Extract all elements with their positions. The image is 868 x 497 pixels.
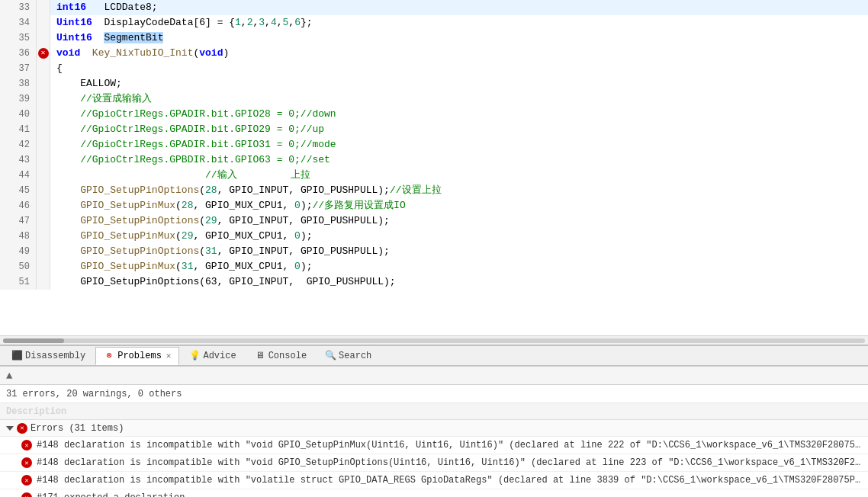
line-number: 51 <box>0 274 37 290</box>
line-gutter <box>37 259 50 274</box>
code-line: 38 EALLOW; <box>0 76 868 91</box>
tab-advice[interactable]: 💡 Advice <box>181 347 244 365</box>
code-line: 34Uint16 DisplayCodeData[6] = {1,2,3,4,5… <box>0 15 868 30</box>
problems-summary-bar: 31 errors, 20 warnings, 0 others <box>0 385 868 403</box>
errors-section-header[interactable]: ✕ Errors (31 items) <box>0 420 868 437</box>
description-col-header: Description <box>6 406 66 417</box>
line-gutter: ✕ <box>37 46 50 61</box>
line-number: 45 <box>0 183 37 198</box>
line-content: { <box>50 61 868 76</box>
line-number: 35 <box>0 30 37 46</box>
tab-problems[interactable]: ⊗ Problems ✕ <box>95 347 179 365</box>
line-number: 34 <box>0 15 37 30</box>
error-marker-icon: ✕ <box>38 48 49 59</box>
code-line: 40 //GpioCtrlRegs.GPADIR.bit.GPIO28 = 0;… <box>0 107 868 122</box>
line-gutter <box>37 137 50 152</box>
problems-close-icon[interactable]: ✕ <box>166 351 172 361</box>
line-gutter <box>37 91 50 107</box>
line-number: 40 <box>0 107 37 122</box>
line-content: Uint16 DisplayCodeData[6] = {1,2,3,4,5,6… <box>50 15 868 30</box>
problems-columns: Description <box>0 403 868 420</box>
line-number: 33 <box>0 0 37 15</box>
code-line: 41 //GpioCtrlRegs.GPADIR.bit.GPIO29 = 0;… <box>0 122 868 137</box>
problems-header-bar: ▲ <box>0 367 868 385</box>
line-content: GPIO_SetupPinMux(29, GPIO_MUX_CPU1, 0); <box>50 229 868 244</box>
line-content: //GpioCtrlRegs.GPBDIR.bit.GPIO63 = 0;//s… <box>50 152 868 168</box>
code-line: 42 //GpioCtrlRegs.GPADIR.bit.GPIO31 = 0;… <box>0 137 868 152</box>
line-content: //GpioCtrlRegs.GPADIR.bit.GPIO28 = 0;//d… <box>50 107 868 122</box>
line-content: GPIO_SetupPinOptions(28, GPIO_INPUT, GPI… <box>50 183 868 198</box>
tab-console[interactable]: 🖥 Console <box>246 347 315 365</box>
errors-icon: ✕ <box>17 423 27 434</box>
code-line: 36✕void Key_NixTubIO_Init(void) <box>0 46 868 61</box>
scrollbar-track <box>3 338 865 343</box>
tab-search[interactable]: 🔍 Search <box>317 347 380 365</box>
line-gutter <box>37 122 50 137</box>
line-content: GPIO_SetupPinOptions(29, GPIO_INPUT, GPI… <box>50 213 868 229</box>
code-line: 46 GPIO_SetupPinMux(28, GPIO_MUX_CPU1, 0… <box>0 198 868 213</box>
errors-section-label: Errors (31 items) <box>31 423 124 434</box>
line-content: GPIO_SetupPinOptions(63, GPIO_INPUT, GPI… <box>50 274 868 290</box>
horizontal-scrollbar[interactable] <box>0 335 868 345</box>
line-number: 39 <box>0 91 37 107</box>
line-gutter <box>37 229 50 244</box>
line-number: 42 <box>0 137 37 152</box>
line-number: 46 <box>0 198 37 213</box>
line-content: EALLOW; <box>50 76 868 91</box>
problem-error-icon: ✕ <box>21 475 32 486</box>
collapse-up-icon[interactable]: ▲ <box>6 370 12 382</box>
problems-summary-text: 31 errors, 20 warnings, 0 others <box>6 389 182 399</box>
problem-error-icon: ✕ <box>21 492 32 497</box>
line-number: 38 <box>0 76 37 91</box>
line-gutter <box>37 183 50 198</box>
line-gutter <box>37 198 50 213</box>
disassembly-icon: ⬛ <box>11 351 22 361</box>
code-editor: 33int16 LCDDate8;34Uint16 DisplayCodeDat… <box>0 0 868 345</box>
code-line: 33int16 LCDDate8; <box>0 0 868 15</box>
line-gutter <box>37 61 50 76</box>
line-content: Uint16 SegmentBit <box>50 30 868 46</box>
problems-list: ✕#148 declaration is incompatible with "… <box>0 437 868 497</box>
code-line: 35Uint16 SegmentBit <box>0 30 868 46</box>
line-gutter <box>37 30 50 46</box>
tab-disassembly[interactable]: ⬛ Disassembly <box>3 347 94 365</box>
code-line: 44 //输入 上拉 <box>0 168 868 183</box>
line-number: 36 <box>0 46 37 61</box>
code-line: 43 //GpioCtrlRegs.GPBDIR.bit.GPIO63 = 0;… <box>0 152 868 168</box>
tab-disassembly-label: Disassembly <box>25 351 85 361</box>
problem-item[interactable]: ✕#148 declaration is incompatible with "… <box>0 454 868 472</box>
code-lines-container: 33int16 LCDDate8;34Uint16 DisplayCodeDat… <box>0 0 868 290</box>
problem-text: #148 declaration is incompatible with "v… <box>37 438 862 452</box>
line-content: //GpioCtrlRegs.GPADIR.bit.GPIO29 = 0;//u… <box>50 122 868 137</box>
problem-item[interactable]: ✕#148 declaration is incompatible with "… <box>0 472 868 489</box>
problem-item[interactable]: ✕#148 declaration is incompatible with "… <box>0 437 868 454</box>
code-line: 48 GPIO_SetupPinMux(29, GPIO_MUX_CPU1, 0… <box>0 229 868 244</box>
line-gutter <box>37 152 50 168</box>
tab-advice-label: Advice <box>203 351 236 361</box>
line-content: GPIO_SetupPinMux(31, GPIO_MUX_CPU1, 0); <box>50 259 868 274</box>
search-icon: 🔍 <box>325 351 336 361</box>
console-icon: 🖥 <box>255 351 265 361</box>
code-line: 50 GPIO_SetupPinMux(31, GPIO_MUX_CPU1, 0… <box>0 259 868 274</box>
problem-error-icon: ✕ <box>21 457 32 468</box>
main-container: 33int16 LCDDate8;34Uint16 DisplayCodeDat… <box>0 0 868 497</box>
code-line: 47 GPIO_SetupPinOptions(29, GPIO_INPUT, … <box>0 213 868 229</box>
line-gutter <box>37 244 50 259</box>
tab-problems-label: Problems <box>117 351 162 361</box>
problem-text: #148 declaration is incompatible with "v… <box>37 473 862 487</box>
problem-item[interactable]: ✕#171 expected a declaration <box>0 489 868 497</box>
line-gutter <box>37 15 50 30</box>
code-line: 39 //设置成输输入 <box>0 91 868 107</box>
line-content: GPIO_SetupPinMux(28, GPIO_MUX_CPU1, 0);/… <box>50 198 868 213</box>
problem-text: #148 declaration is incompatible with "v… <box>37 456 862 470</box>
line-number: 49 <box>0 244 37 259</box>
scrollbar-thumb[interactable] <box>3 338 64 343</box>
line-number: 41 <box>0 122 37 137</box>
line-number: 37 <box>0 61 37 76</box>
line-content: //GpioCtrlRegs.GPADIR.bit.GPIO31 = 0;//m… <box>50 137 868 152</box>
line-gutter <box>37 107 50 122</box>
code-line: 51 GPIO_SetupPinOptions(63, GPIO_INPUT, … <box>0 274 868 290</box>
line-gutter <box>37 0 50 15</box>
line-gutter <box>37 213 50 229</box>
code-line: 49 GPIO_SetupPinOptions(31, GPIO_INPUT, … <box>0 244 868 259</box>
